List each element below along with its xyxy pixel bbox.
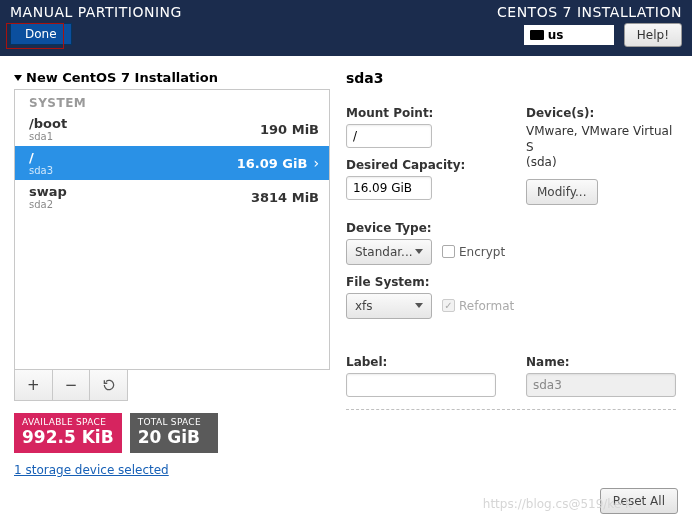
reformat-checkbox-row: ✓ Reformat [442,299,514,313]
reformat-checkbox: ✓ [442,299,455,312]
add-partition-button[interactable]: + [15,370,53,400]
chevron-down-icon [415,249,423,254]
partition-toolbar: + − [14,370,128,401]
total-space-box: TOTAL SPACE 20 GiB [130,413,218,453]
details-title: sda3 [346,70,676,86]
partition-size: 190 MiB [260,122,319,137]
desired-capacity-input[interactable] [346,176,432,200]
page-title: MANUAL PARTITIONING [10,4,182,20]
keyboard-layout-value: us [548,28,564,42]
available-space-label: AVAILABLE SPACE [22,417,114,427]
devices-label: Device(s): [526,106,676,120]
caret-down-icon [14,75,22,81]
remove-partition-button[interactable]: − [53,370,91,400]
help-button[interactable]: Help! [624,23,682,47]
desired-capacity-label: Desired Capacity: [346,158,506,172]
partition-row-root[interactable]: / sda3 16.09 GiB › [15,146,329,180]
partition-tree: SYSTEM /boot sda1 190 MiB / sda3 16.09 G… [14,89,330,370]
reset-all-button[interactable]: Reset All [600,488,678,514]
partition-size: 16.09 GiB [237,156,308,171]
label-input[interactable] [346,373,496,397]
mount-point-label: Mount Point: [346,106,506,120]
installer-title: CENTOS 7 INSTALLATION [497,4,682,20]
modify-device-button[interactable]: Modify... [526,179,598,205]
tree-section-label: SYSTEM [15,90,329,112]
keyboard-layout-selector[interactable]: us [524,25,614,45]
partition-device: sda2 [29,199,67,210]
keyboard-icon [530,30,544,40]
footer-bar: https://blog.cs@519/ke·k Reset All [0,483,692,519]
tree-root-label: New CentOS 7 Installation [26,70,218,85]
total-space-value: 20 GiB [138,427,210,447]
partition-details-pane: sda3 Mount Point: Desired Capacity: Devi… [336,56,692,483]
device-text: VMware, VMware Virtual S (sda) [526,124,676,171]
top-bar: MANUAL PARTITIONING Done CENTOS 7 INSTAL… [0,0,692,56]
tree-root[interactable]: New CentOS 7 Installation [14,70,330,85]
available-space-box: AVAILABLE SPACE 992.5 KiB [14,413,122,453]
partition-size: 3814 MiB [251,190,319,205]
partition-device: sda1 [29,131,67,142]
label-field-label: Label: [346,355,506,369]
device-type-label: Device Type: [346,221,676,235]
partition-list-pane: New CentOS 7 Installation SYSTEM /boot s… [0,56,336,483]
partition-mount: / [29,150,53,165]
done-button[interactable]: Done [10,23,72,45]
partition-mount: /boot [29,116,67,131]
chevron-down-icon [415,303,423,308]
encrypt-label: Encrypt [459,245,505,259]
encrypt-checkbox[interactable] [442,245,455,258]
dashed-separator [346,409,676,410]
filesystem-select[interactable]: xfs [346,293,432,319]
filesystem-label: File System: [346,275,676,289]
storage-devices-link[interactable]: 1 storage device selected [14,463,330,477]
partition-mount: swap [29,184,67,199]
available-space-value: 992.5 KiB [22,427,114,447]
mount-point-input[interactable] [346,124,432,148]
encrypt-checkbox-row[interactable]: Encrypt [442,245,505,259]
device-type-value: Standar... [355,245,413,259]
name-field-label: Name: [526,355,676,369]
partition-device: sda3 [29,165,53,176]
refresh-icon [102,378,116,392]
chevron-right-icon: › [313,155,319,171]
partition-row-boot[interactable]: /boot sda1 190 MiB [15,112,329,146]
name-input [526,373,676,397]
device-type-select[interactable]: Standar... [346,239,432,265]
reformat-label: Reformat [459,299,514,313]
filesystem-value: xfs [355,299,373,313]
partition-row-swap[interactable]: swap sda2 3814 MiB [15,180,329,214]
refresh-button[interactable] [90,370,127,400]
total-space-label: TOTAL SPACE [138,417,210,427]
